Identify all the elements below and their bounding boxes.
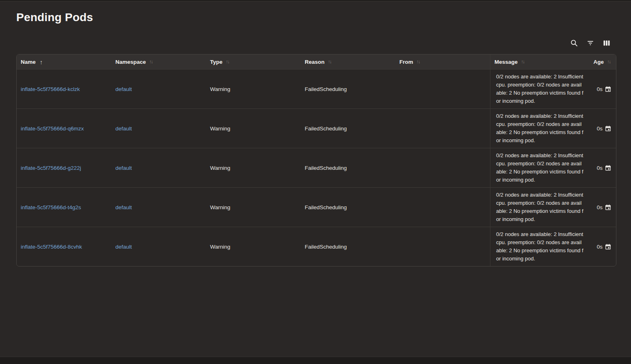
calendar-icon (605, 165, 611, 171)
cell-name: inflate-5c5f75666d-8cvhk (17, 227, 111, 266)
cell-age: 0s (588, 148, 616, 187)
table-row: inflate-5c5f75666d-kclzk default Warning… (17, 69, 616, 108)
column-label: Name (21, 59, 36, 65)
cell-reason: FailedScheduling (301, 109, 395, 148)
sort-ascending-icon: ↑ (40, 58, 43, 65)
namespace-link[interactable]: default (115, 165, 132, 171)
column-header-name[interactable]: Name ↑ (17, 54, 111, 69)
cell-message: 0/2 nodes are available: 2 Insufficient … (490, 148, 588, 187)
event-type: Warning (210, 165, 230, 171)
cell-message: 0/2 nodes are available: 2 Insufficient … (490, 227, 588, 266)
column-header-age[interactable]: Age ↑↓ (588, 54, 616, 69)
cell-from (395, 227, 490, 266)
event-age: 0s (597, 165, 603, 171)
cell-from (395, 69, 490, 108)
cell-type: Warning (206, 109, 301, 148)
cell-type: Warning (206, 69, 301, 108)
cell-namespace: default (111, 109, 206, 148)
column-header-type[interactable]: Type ↑↓ (206, 54, 301, 69)
event-message: 0/2 nodes are available: 2 Insufficient … (496, 152, 583, 184)
namespace-link[interactable]: default (115, 86, 132, 92)
cell-name: inflate-5c5f75666d-q6mzx (17, 109, 111, 148)
column-label: Reason (305, 59, 325, 65)
cell-age: 0s (588, 69, 616, 108)
calendar-icon (605, 126, 611, 132)
cell-namespace: default (111, 148, 206, 187)
event-reason: FailedScheduling (305, 126, 347, 132)
cell-from (395, 109, 490, 148)
event-type: Warning (210, 126, 230, 132)
event-reason: FailedScheduling (305, 86, 347, 92)
pod-link[interactable]: inflate-5c5f75666d-g222j (21, 165, 81, 171)
cell-reason: FailedScheduling (301, 188, 395, 227)
column-label: Message (494, 59, 518, 65)
column-header-message[interactable]: Message ↑↓ (490, 54, 588, 69)
column-label: Namespace (115, 59, 146, 65)
cell-type: Warning (206, 188, 301, 227)
column-label: From (399, 59, 413, 65)
cell-message: 0/2 nodes are available: 2 Insufficient … (490, 109, 588, 148)
namespace-link[interactable]: default (115, 204, 132, 210)
event-type: Warning (210, 204, 230, 210)
cell-name: inflate-5c5f75666d-kclzk (17, 69, 111, 108)
event-message: 0/2 nodes are available: 2 Insufficient … (496, 73, 583, 105)
table-row: inflate-5c5f75666d-t4g2s default Warning… (17, 187, 616, 227)
pod-link[interactable]: inflate-5c5f75666d-8cvhk (21, 244, 82, 250)
cell-age: 0s (588, 227, 616, 266)
page-title: Pending Pods (16, 10, 631, 25)
cell-namespace: default (111, 227, 206, 266)
cell-from (395, 148, 490, 187)
sortable-icon: ↑↓ (149, 59, 153, 65)
filter-button[interactable] (585, 38, 595, 48)
filter-icon (586, 39, 594, 47)
cell-type: Warning (206, 148, 301, 187)
cell-namespace: default (111, 188, 206, 227)
event-reason: FailedScheduling (305, 204, 347, 210)
namespace-link[interactable]: default (115, 126, 132, 132)
namespace-link[interactable]: default (115, 244, 132, 250)
sortable-icon: ↑↓ (416, 59, 421, 65)
cell-reason: FailedScheduling (301, 148, 395, 187)
calendar-icon (605, 86, 611, 92)
event-reason: FailedScheduling (305, 244, 347, 250)
event-message: 0/2 nodes are available: 2 Insufficient … (496, 112, 583, 145)
cell-message: 0/2 nodes are available: 2 Insufficient … (490, 69, 588, 108)
columns-icon (603, 39, 611, 47)
event-type: Warning (210, 86, 230, 92)
bottom-edge-strip (0, 357, 631, 364)
event-type: Warning (210, 244, 230, 250)
search-button[interactable] (569, 38, 579, 48)
pod-link[interactable]: inflate-5c5f75666d-t4g2s (21, 204, 81, 210)
pod-link[interactable]: inflate-5c5f75666d-q6mzx (21, 126, 84, 132)
cell-namespace: default (111, 69, 206, 108)
column-header-from[interactable]: From ↑↓ (395, 54, 490, 69)
sortable-icon: ↑↓ (607, 59, 611, 65)
event-message: 0/2 nodes are available: 2 Insufficient … (496, 191, 583, 223)
event-age: 0s (597, 126, 603, 132)
cell-name: inflate-5c5f75666d-g222j (17, 148, 111, 187)
cell-from (395, 188, 490, 227)
table-row: inflate-5c5f75666d-8cvhk default Warning… (17, 227, 616, 266)
sortable-icon: ↑↓ (226, 59, 230, 65)
cell-message: 0/2 nodes are available: 2 Insufficient … (490, 188, 588, 227)
pod-link[interactable]: inflate-5c5f75666d-kclzk (21, 86, 80, 92)
table-row: inflate-5c5f75666d-q6mzx default Warning… (17, 108, 616, 148)
column-header-reason[interactable]: Reason ↑↓ (301, 54, 395, 69)
cell-reason: FailedScheduling (301, 69, 395, 108)
column-label: Age (593, 59, 604, 65)
event-age: 0s (597, 204, 603, 210)
calendar-icon (605, 244, 611, 250)
cell-name: inflate-5c5f75666d-t4g2s (17, 188, 111, 227)
event-message: 0/2 nodes are available: 2 Insufficient … (496, 230, 583, 263)
table-header-row: Name ↑ Namespace ↑↓ Type ↑↓ Reason ↑↓ Fr… (17, 54, 616, 69)
event-age: 0s (597, 244, 603, 250)
column-label: Type (210, 59, 223, 65)
table-row: inflate-5c5f75666d-g222j default Warning… (17, 148, 616, 187)
cell-reason: FailedScheduling (301, 227, 395, 266)
cell-age: 0s (588, 109, 616, 148)
event-reason: FailedScheduling (305, 165, 347, 171)
column-header-namespace[interactable]: Namespace ↑↓ (111, 54, 206, 69)
columns-button[interactable] (602, 38, 611, 48)
top-edge-strip (0, 0, 631, 1)
sortable-icon: ↑↓ (521, 59, 525, 65)
